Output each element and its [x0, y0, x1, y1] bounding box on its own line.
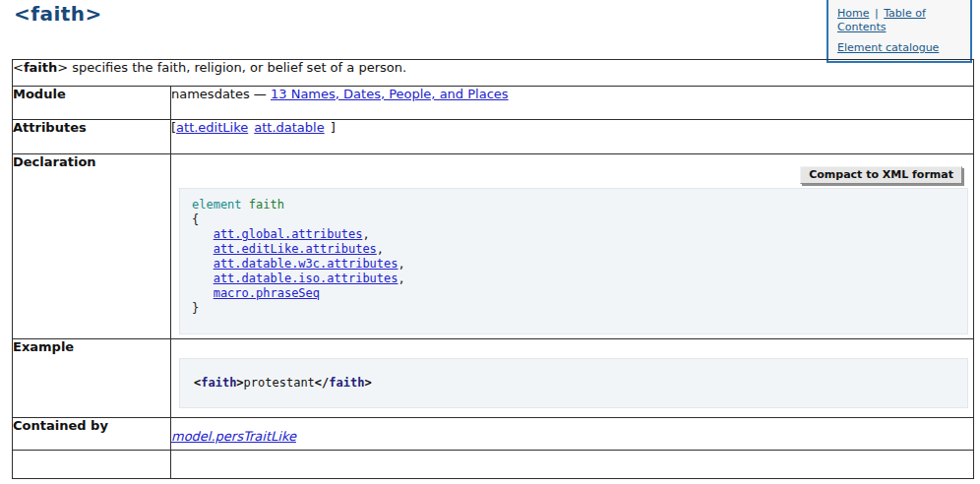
- example-label: Example: [13, 339, 171, 418]
- contained-by-value-cell: model.persTraitLike: [171, 418, 974, 451]
- nav-home-link[interactable]: Home: [837, 7, 869, 20]
- example-row: Example <faith>protestant</faith>: [13, 339, 974, 418]
- contained-by-row: Contained by model.persTraitLike: [13, 418, 974, 451]
- code-line-member: att.global.attributes,: [214, 227, 959, 242]
- attributes-row: Attributes [att.editLikeatt.datable]: [13, 120, 974, 154]
- nav-line-1: Home | Table of Contents: [837, 7, 964, 34]
- declaration-code-block: element faith { att.global.attributes, a…: [179, 188, 968, 334]
- example-cell: <faith>protestant</faith>: [171, 339, 974, 418]
- description-text: specifies the faith, religion, or belief…: [68, 60, 406, 75]
- rnc-element-name: faith: [249, 198, 284, 212]
- code-comma: ,: [398, 257, 405, 271]
- tag-open-bracket: <: [13, 60, 24, 75]
- description-cell: <faith> specifies the faith, religion, o…: [13, 60, 974, 87]
- truncated-row: [13, 451, 974, 479]
- nav-line-2: Element catalogue: [837, 41, 964, 55]
- code-line-close-brace: }: [192, 301, 959, 316]
- tag-close-bracket: >: [57, 60, 68, 75]
- att-datable-iso-attributes-link[interactable]: att.datable.iso.attributes: [214, 272, 398, 285]
- element-spec-table: <faith> specifies the faith, religion, o…: [12, 59, 974, 479]
- code-line-member: att.editLike.attributes,: [214, 242, 959, 257]
- declaration-toolbar: Compact to XML format: [171, 166, 962, 185]
- example-open-tag-name: faith: [201, 376, 236, 390]
- nav-box: Home | Table of Contents Element catalog…: [827, 0, 972, 63]
- contained-by-label: Contained by: [13, 418, 171, 451]
- example-close-end: >: [364, 376, 371, 390]
- module-label: Module: [13, 87, 171, 120]
- element-tag: <faith>: [13, 60, 68, 75]
- rnc-keyword: element: [192, 198, 242, 212]
- example-open-end: >: [236, 376, 243, 390]
- module-row: Module namesdates — 13 Names, Dates, Peo…: [13, 87, 974, 120]
- module-value-cell: namesdates — 13 Names, Dates, People, an…: [171, 87, 974, 120]
- declaration-row: Declaration Compact to XML format elemen…: [13, 154, 974, 339]
- attributes-label: Attributes: [13, 120, 171, 154]
- att-global-attributes-link[interactable]: att.global.attributes: [214, 227, 363, 241]
- example-close-tag-name: faith: [329, 376, 364, 390]
- code-comma: ,: [362, 227, 369, 241]
- code-line-member: att.datable.iso.attributes,: [214, 272, 959, 286]
- nav-element-catalogue-link[interactable]: Element catalogue: [837, 41, 939, 54]
- code-comma: ,: [398, 272, 405, 285]
- code-line-member: macro.phraseSeq: [214, 286, 959, 301]
- example-code-block: <faith>protestant</faith>: [179, 358, 968, 408]
- att-editlike-attributes-link[interactable]: att.editLike.attributes: [214, 242, 377, 256]
- example-close-bracket: </: [315, 376, 329, 390]
- page-title: <faith>: [14, 2, 102, 26]
- macro-phraseseq-link[interactable]: macro.phraseSeq: [214, 286, 320, 300]
- code-line-open-brace: {: [192, 212, 959, 227]
- code-comma: ,: [377, 242, 384, 256]
- declaration-cell: Compact to XML format element faith { at…: [171, 154, 974, 339]
- truncated-label-cell: [13, 451, 171, 479]
- module-chapter-link[interactable]: 13 Names, Dates, People, and Places: [271, 87, 509, 101]
- description-row: <faith> specifies the faith, religion, o…: [13, 60, 974, 87]
- truncated-value-cell: [171, 451, 974, 479]
- att-datable-w3c-attributes-link[interactable]: att.datable.w3c.attributes: [214, 257, 398, 271]
- code-line-member: att.datable.w3c.attributes,: [214, 257, 959, 272]
- attributes-value-cell: [att.editLikeatt.datable]: [171, 120, 974, 154]
- attributes-close-bracket: ]: [331, 120, 336, 135]
- module-name: namesdates —: [171, 87, 271, 101]
- example-content: protestant: [244, 376, 315, 390]
- model-perstraitlike-link[interactable]: model.persTraitLike: [171, 429, 296, 444]
- tag-name: faith: [24, 60, 57, 75]
- compact-to-xml-button[interactable]: Compact to XML format: [800, 166, 962, 184]
- att-editlike-link[interactable]: att.editLike: [176, 120, 248, 135]
- page: <faith> Home | Table of Contents Element…: [0, 0, 980, 484]
- att-datable-link[interactable]: att.datable: [254, 120, 324, 135]
- nav-separator: |: [875, 7, 879, 20]
- code-line-element: element faith: [192, 198, 959, 212]
- declaration-label: Declaration: [13, 154, 171, 339]
